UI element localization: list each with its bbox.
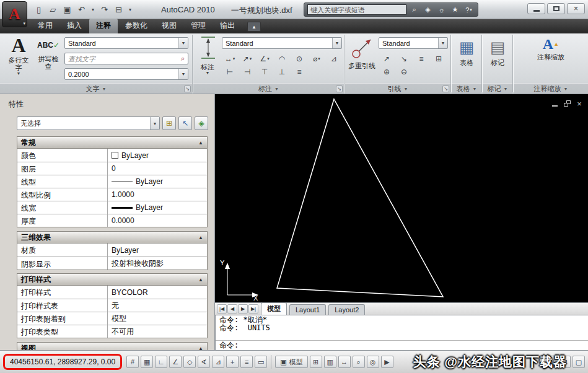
polar-tracking-toggle[interactable]: ∠ xyxy=(169,356,182,368)
drawing-minimize-button[interactable] xyxy=(551,100,558,107)
tab-layout1[interactable]: Layout1 xyxy=(289,304,326,315)
ribbon-tab-output[interactable]: 输出 xyxy=(213,19,242,33)
mtext-button[interactable]: A 多行文字 ▼ xyxy=(4,35,33,76)
zoom-button[interactable]: ⌕ xyxy=(353,356,365,368)
dim-update-icon[interactable]: ≡ xyxy=(291,66,307,77)
annotation-scaling-button[interactable]: A▲ 注释缩放 xyxy=(527,36,574,61)
save-button[interactable]: ▣ xyxy=(61,4,74,15)
steering-wheel-button[interactable]: ◎ xyxy=(367,356,379,368)
ribbon-tab-home[interactable]: 常用 xyxy=(31,19,59,33)
dim-angular-icon[interactable]: ∠▾ xyxy=(257,53,273,64)
application-menu-button[interactable]: A ▾ xyxy=(2,1,27,27)
find-text-input[interactable] xyxy=(65,55,178,63)
dim-aligned-icon[interactable]: ↗▾ xyxy=(239,53,255,64)
find-text-icon[interactable]: ⌕ xyxy=(178,55,188,63)
panel-footer-leader[interactable]: 引线▼ xyxy=(345,83,450,94)
mleader-collect-icon[interactable]: ⊞ xyxy=(431,53,447,64)
dimension-style-combo[interactable]: Standard ▼ xyxy=(222,37,342,49)
dim-adjust-space-icon[interactable]: ⊥ xyxy=(274,66,290,77)
ribbon-tab-insert[interactable]: 插入 xyxy=(60,19,89,33)
drawing-area[interactable]: Y X × xyxy=(215,94,588,302)
pickadd-toggle-button[interactable]: ⊞ xyxy=(162,116,176,130)
drawing-close-button[interactable]: × xyxy=(576,100,583,107)
dim-break-icon[interactable]: ⊤ xyxy=(257,66,273,77)
ribbon-tab-manage[interactable]: 管理 xyxy=(184,19,213,33)
panel-footer-text[interactable]: 文字▼ xyxy=(0,83,192,94)
text-height-combo[interactable]: 0.2000 ▼ xyxy=(64,68,188,80)
command-input[interactable]: 命令: xyxy=(216,340,588,350)
section-header-plot-style[interactable]: 打印样式 ▲ xyxy=(17,273,208,286)
panel-footer-dimension[interactable]: 标注▼ xyxy=(193,83,344,94)
new-file-button[interactable]: ▯ xyxy=(32,4,45,15)
mleader-remove-icon[interactable]: ↘ xyxy=(396,53,412,64)
tab-model[interactable]: 模型 xyxy=(261,302,287,315)
multileader-button[interactable]: 多重引线 xyxy=(346,36,377,69)
panel-footer-annotation-scaling[interactable]: 注释缩放▼ xyxy=(514,83,588,94)
dynamic-input-toggle[interactable]: + xyxy=(226,356,239,368)
ribbon-tab-annotate[interactable]: 注释 xyxy=(89,19,118,33)
toolbar-lock-button[interactable]: ⊠ xyxy=(558,356,571,368)
open-file-button[interactable]: ▱ xyxy=(46,4,59,15)
search-input[interactable] xyxy=(307,4,406,15)
dialog-launcher-icon[interactable]: ↘ xyxy=(336,86,343,92)
help-button[interactable]: ?▾ xyxy=(463,4,475,15)
clean-screen-button[interactable]: ▢ xyxy=(573,356,585,368)
table-button[interactable]: ▦ 表格 xyxy=(453,36,480,66)
dimension-button[interactable]: 标注 ▼ xyxy=(196,35,219,76)
mleader-align-icon[interactable]: ≡ xyxy=(413,53,429,64)
drawing-restore-button[interactable] xyxy=(563,100,571,107)
text-style-combo[interactable]: Standard ▼ xyxy=(64,37,188,49)
leader-tool-icon[interactable]: ⊕ xyxy=(379,66,395,77)
ribbon-minimize-button[interactable]: ▴ xyxy=(247,22,261,32)
redo-button[interactable]: ↷ xyxy=(98,4,111,15)
dim-linear-icon[interactable]: ↔▾ xyxy=(222,53,238,64)
find-text-field[interactable]: ⌕ xyxy=(64,53,188,64)
quick-select-button[interactable]: ◈ xyxy=(195,116,208,130)
dim-continue-icon[interactable]: ⊣ xyxy=(239,66,255,77)
dialog-launcher-icon[interactable]: ↘ xyxy=(184,86,191,92)
command-window[interactable]: 命令: *取消* 命令: UNITS 命令: xyxy=(215,315,588,350)
leader-tool-icon[interactable]: ⊖ xyxy=(396,66,412,77)
section-header-view[interactable]: 视图 ▲ xyxy=(17,342,208,350)
dim-arc-length-icon[interactable]: ◠ xyxy=(274,53,290,64)
favorites-star-icon[interactable]: ★ xyxy=(449,4,461,15)
coordinate-display[interactable]: 40456150.61, 2898927.29, 0.00 xyxy=(10,358,115,366)
workspace-switching-button[interactable]: ⊛ xyxy=(544,356,556,368)
panel-footer-table[interactable]: 表格▼ xyxy=(452,83,481,94)
tab-layout2[interactable]: Layout2 xyxy=(328,304,365,315)
dim-diameter-icon[interactable]: ⌀▾ xyxy=(309,53,325,64)
object-snap-tracking-toggle[interactable]: ∢ xyxy=(198,356,210,368)
dim-jogged-icon[interactable]: ⊿ xyxy=(326,53,342,64)
panel-footer-markup[interactable]: 标记▼ xyxy=(483,83,512,94)
dim-baseline-icon[interactable]: ⊢ xyxy=(222,66,238,77)
selection-combo[interactable]: 无选择 ▼ xyxy=(17,116,160,130)
close-button[interactable]: × xyxy=(567,3,585,14)
model-space-button[interactable]: ▣ 模型 xyxy=(275,356,307,368)
snap-mode-toggle[interactable]: # xyxy=(126,356,139,368)
grid-display-toggle[interactable]: ▦ xyxy=(141,356,153,368)
ribbon-tab-parametric[interactable]: 参数化 xyxy=(118,19,154,33)
ortho-mode-toggle[interactable]: ∟ xyxy=(155,356,167,368)
lineweight-toggle[interactable]: ≡ xyxy=(240,356,253,368)
dynamic-ucs-toggle[interactable]: ⊿ xyxy=(212,356,224,368)
maximize-button[interactable] xyxy=(547,3,565,14)
show-motion-button[interactable]: ▶ xyxy=(381,356,393,368)
multileader-style-combo[interactable]: Standard ▼ xyxy=(379,37,448,49)
markup-button[interactable]: ▤ 标记 xyxy=(484,36,511,66)
subscription-center-icon[interactable]: ◈ xyxy=(422,4,434,15)
search-icon[interactable]: ⌕ xyxy=(408,4,420,15)
qat-customize-dropdown-icon[interactable]: ▾ xyxy=(126,4,134,15)
dialog-launcher-icon[interactable]: ↘ xyxy=(442,86,449,92)
mleader-add-icon[interactable]: ↗ xyxy=(379,53,395,64)
minimize-button[interactable] xyxy=(527,3,545,14)
dim-radius-icon[interactable]: ⊙ xyxy=(291,53,307,64)
plot-button[interactable]: ⊟ xyxy=(112,4,125,15)
section-header-general[interactable]: 常规 ▲ xyxy=(17,136,208,149)
pan-button[interactable]: ↔ xyxy=(338,356,351,368)
ribbon-tab-view[interactable]: 视图 xyxy=(155,19,183,33)
quick-view-drawings-button[interactable]: ▥ xyxy=(324,356,336,368)
spell-check-button[interactable]: ABC✓ 拼写检查 xyxy=(35,36,62,70)
select-objects-button[interactable]: ↖ xyxy=(178,116,192,130)
object-snap-toggle[interactable]: ◇ xyxy=(183,356,196,368)
quick-properties-toggle[interactable]: ▭ xyxy=(255,356,267,368)
